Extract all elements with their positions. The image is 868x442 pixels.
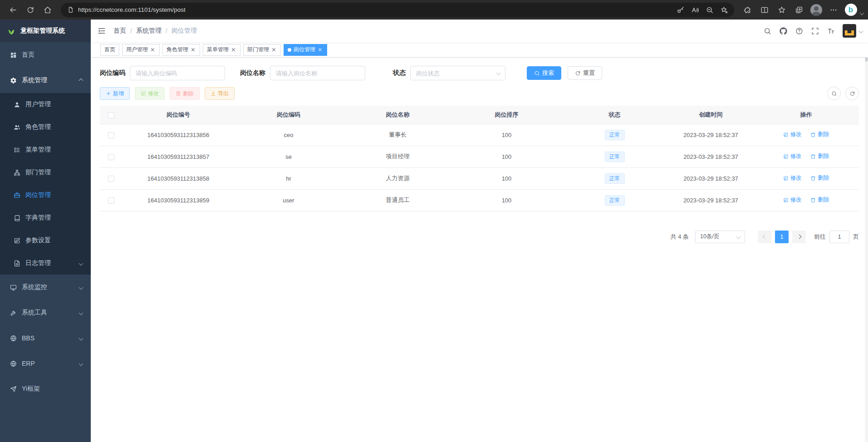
column-header-actions: 操作 xyxy=(753,106,859,124)
row-edit-link[interactable]: 修改 xyxy=(783,152,802,160)
read-aloud-icon xyxy=(691,6,699,14)
add-button[interactable]: 新增 xyxy=(100,87,130,100)
sidebar-item-monitor[interactable]: 系统监控 xyxy=(0,275,91,300)
row-delete-link[interactable]: 删除 xyxy=(810,196,829,204)
page-scrollbar[interactable] xyxy=(865,20,868,442)
browser-refresh-button[interactable] xyxy=(22,2,39,18)
status-select[interactable] xyxy=(410,66,505,80)
search-button[interactable]: 搜索 xyxy=(527,66,561,80)
filter-form: 岗位编码 岗位名称 状态 搜索 xyxy=(100,66,859,80)
sidebar-item-dept-mgmt[interactable]: 部门管理 xyxy=(0,161,91,184)
row-edit-link[interactable]: 修改 xyxy=(783,196,802,204)
fullscreen-button[interactable] xyxy=(807,20,823,42)
sidebar-item-system[interactable]: 系统管理 xyxy=(0,68,91,93)
user-avatar-dropdown[interactable] xyxy=(843,24,863,38)
post-name-input[interactable] xyxy=(270,66,365,80)
goto-page-input[interactable] xyxy=(829,231,849,243)
export-button[interactable]: 导出 xyxy=(205,87,235,100)
sidebar-item-dict-mgmt[interactable]: 字典管理 xyxy=(0,206,91,229)
tab-close-button[interactable] xyxy=(150,47,156,53)
tab-role-mgmt[interactable]: 角色管理 xyxy=(162,44,200,56)
tab-dept-mgmt[interactable]: 部门管理 xyxy=(243,44,281,56)
chevron-down-icon[interactable] xyxy=(860,11,864,15)
sidebar-item-yi-framework[interactable]: Yi框架 xyxy=(0,376,91,402)
row-delete-link[interactable]: 删除 xyxy=(810,152,829,160)
extensions-button[interactable] xyxy=(739,2,756,18)
trash-icon xyxy=(810,197,816,203)
address-bar[interactable]: https://ccnetcore.com:1101/system/post xyxy=(61,3,734,17)
sidebar-item-role-mgmt[interactable]: 角色管理 xyxy=(0,116,91,138)
tab-user-mgmt[interactable]: 用户管理 xyxy=(122,44,160,56)
sidebar-item-bbs[interactable]: BBS xyxy=(0,325,91,351)
tab-close-button[interactable] xyxy=(231,47,236,53)
tab-close-button[interactable] xyxy=(271,47,277,53)
password-manager-button[interactable] xyxy=(673,4,688,16)
zoom-button[interactable] xyxy=(702,4,717,16)
sidebar-item-tools[interactable]: 系统工具 xyxy=(0,300,91,325)
breadcrumb-item-home[interactable]: 首页 xyxy=(113,27,126,35)
select-all-checkbox[interactable] xyxy=(108,112,114,118)
breadcrumb-item-system[interactable]: 系统管理 xyxy=(136,27,162,35)
row-checkbox[interactable] xyxy=(108,197,114,204)
browser-home-button[interactable] xyxy=(39,2,56,18)
github-icon xyxy=(780,27,787,35)
text-size-icon xyxy=(827,27,835,35)
row-checkbox[interactable] xyxy=(108,132,114,138)
row-delete-link[interactable]: 删除 xyxy=(810,131,829,138)
bing-chat-button[interactable]: b xyxy=(842,2,859,18)
goto-unit-label: 页 xyxy=(853,233,859,241)
collections-button[interactable] xyxy=(790,2,808,18)
page-info-icon[interactable] xyxy=(67,6,74,13)
edit-icon xyxy=(141,91,146,96)
read-aloud-button[interactable] xyxy=(688,4,702,16)
browser-chrome: https://ccnetcore.com:1101/system/post b xyxy=(0,0,868,20)
dashboard-icon xyxy=(10,52,17,59)
row-checkbox[interactable] xyxy=(108,176,114,182)
row-edit-link[interactable]: 修改 xyxy=(783,174,802,182)
add-favorite-button[interactable] xyxy=(717,4,731,16)
extensions-puzzle-icon xyxy=(743,6,751,14)
font-size-button[interactable] xyxy=(823,20,839,42)
sidebar-item-erp[interactable]: ERP xyxy=(0,351,91,376)
main-area: 首页 / 系统管理 / 岗位管理 xyxy=(91,20,868,442)
tab-home[interactable]: 首页 xyxy=(100,44,119,56)
header-search-button[interactable] xyxy=(760,20,775,42)
sidebar-item-log-mgmt[interactable]: 日志管理 xyxy=(0,252,91,275)
tab-post-mgmt[interactable]: 岗位管理 xyxy=(284,44,327,56)
row-checkbox[interactable] xyxy=(108,154,114,160)
trash-icon xyxy=(810,176,816,181)
browser-menu-button[interactable] xyxy=(825,2,842,18)
page-size-select[interactable]: 10条/页 xyxy=(695,231,745,243)
docs-help-button[interactable] xyxy=(791,20,807,42)
next-page-button[interactable] xyxy=(792,231,806,243)
split-screen-button[interactable] xyxy=(756,2,773,18)
row-edit-link[interactable]: 修改 xyxy=(783,131,802,138)
tab-menu-mgmt[interactable]: 菜单管理 xyxy=(203,44,240,56)
sidebar-item-menu-mgmt[interactable]: 菜单管理 xyxy=(0,138,91,161)
tab-close-button[interactable] xyxy=(318,47,323,53)
sidebar-toggle-button[interactable] xyxy=(91,20,113,42)
reset-button[interactable]: 重置 xyxy=(568,66,602,80)
sidebar-item-param-settings[interactable]: 参数设置 xyxy=(0,229,91,252)
page-button-1[interactable]: 1 xyxy=(775,231,789,243)
browser-back-button[interactable] xyxy=(5,2,22,18)
post-code-input[interactable] xyxy=(130,66,225,80)
row-delete-link[interactable]: 删除 xyxy=(810,174,829,182)
prev-page-button[interactable] xyxy=(758,231,771,243)
chevron-down-icon xyxy=(79,336,83,340)
column-header-status: 状态 xyxy=(561,106,668,124)
edit-square-icon xyxy=(14,237,20,244)
favorites-button[interactable] xyxy=(773,2,790,18)
refresh-table-button[interactable] xyxy=(845,87,859,100)
toggle-search-button[interactable] xyxy=(827,87,841,100)
sidebar-item-home[interactable]: 首页 xyxy=(0,42,91,68)
sidebar-item-post-mgmt[interactable]: 岗位管理 xyxy=(0,184,91,206)
status-badge: 正常 xyxy=(605,152,625,162)
sidebar-item-user-mgmt[interactable]: 用户管理 xyxy=(0,93,91,116)
github-button[interactable] xyxy=(775,20,791,42)
profile-button[interactable] xyxy=(808,2,825,18)
modify-button[interactable]: 修改 xyxy=(135,87,165,100)
delete-button[interactable]: 删除 xyxy=(170,87,200,100)
status-select-input[interactable] xyxy=(410,66,505,80)
tab-close-button[interactable] xyxy=(191,47,196,53)
